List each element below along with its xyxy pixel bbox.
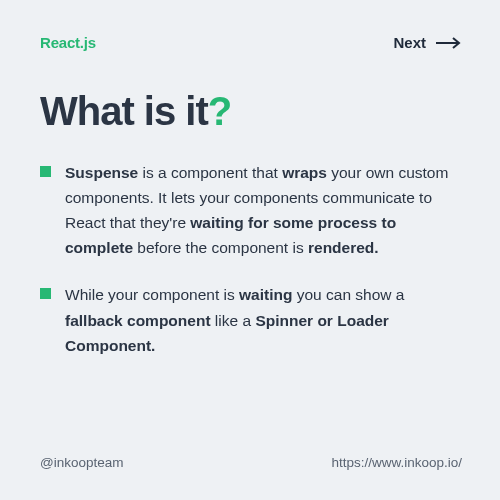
arrow-right-icon bbox=[436, 37, 462, 49]
page-title: What is it? bbox=[40, 89, 462, 134]
bold-text: Suspense bbox=[65, 164, 138, 181]
bold-text: waiting bbox=[239, 286, 292, 303]
plain-text: before the component is bbox=[133, 239, 308, 256]
plain-text: is a component that bbox=[138, 164, 282, 181]
bullet-marker-icon bbox=[40, 288, 51, 299]
next-button[interactable]: Next bbox=[393, 34, 462, 51]
social-handle: @inkoopteam bbox=[40, 455, 124, 470]
plain-text: like a bbox=[211, 312, 256, 329]
bullet-text: While your component is waiting you can … bbox=[65, 282, 462, 357]
website-url: https://www.inkoop.io/ bbox=[331, 455, 462, 470]
bold-text: fallback component bbox=[65, 312, 211, 329]
footer: @inkoopteam https://www.inkoop.io/ bbox=[40, 435, 462, 470]
plain-text: While your component is bbox=[65, 286, 239, 303]
list-item: While your component is waiting you can … bbox=[40, 282, 462, 357]
bold-text: wraps bbox=[282, 164, 327, 181]
bold-text: rendered. bbox=[308, 239, 379, 256]
plain-text: you can show a bbox=[292, 286, 404, 303]
list-item: Suspense is a component that wraps your … bbox=[40, 160, 462, 260]
next-label: Next bbox=[393, 34, 426, 51]
title-text: What is it bbox=[40, 89, 208, 133]
bullet-text: Suspense is a component that wraps your … bbox=[65, 160, 462, 260]
title-punct: ? bbox=[208, 89, 231, 133]
brand-label: React.js bbox=[40, 34, 96, 51]
top-bar: React.js Next bbox=[40, 34, 462, 51]
bullet-list: Suspense is a component that wraps your … bbox=[40, 160, 462, 358]
bullet-marker-icon bbox=[40, 166, 51, 177]
